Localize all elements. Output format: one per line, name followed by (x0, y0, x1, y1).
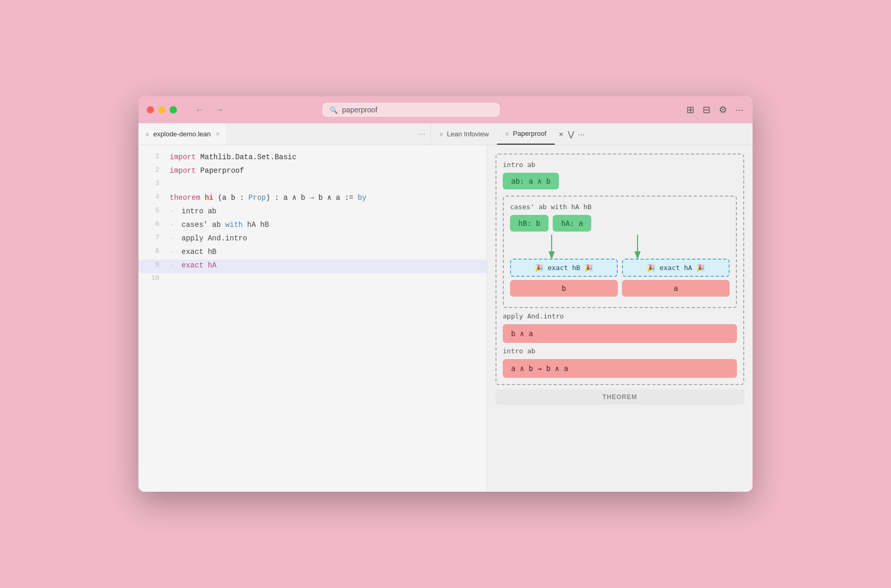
titlebar: ← → 🔍 ⊞ ⊟ ⚙ ··· (138, 96, 753, 123)
line-content-4: theorem hi (a b : Prop) : a ∧ b → b ∧ a … (170, 192, 366, 203)
paperproof-icon: ≡ (505, 131, 508, 137)
proof-tree: intro ab ab: a ∧ b cases' ab with hA hB … (495, 154, 744, 405)
proof-arrows-svg (510, 234, 730, 259)
tactic-intro-ab-label: intro ab (503, 161, 737, 169)
more-options-icon[interactable]: ··· (734, 104, 744, 117)
line-num-5: 5 (145, 206, 159, 216)
theorem-label: THEOREM (495, 389, 744, 405)
goal-impl: a ∧ b → b ∧ a (503, 359, 737, 378)
paperproof-dots-btn[interactable]: ··· (578, 130, 585, 138)
goal-b-and-a: b ∧ a (503, 324, 737, 343)
code-line-5: 5 · intro ab (138, 206, 487, 219)
search-bar[interactable]: 🔍 (323, 103, 500, 117)
main-content: 1 import Mathlib.Data.Set.Basic 2 import… (138, 145, 753, 492)
editor-tab-dots[interactable]: ··· (413, 123, 430, 145)
line-num-10: 10 (145, 273, 159, 284)
tactic-intro-ab-bottom-label: intro ab (503, 347, 737, 355)
editor-tabs: ≡ explode-demo.lean × ··· (138, 123, 431, 145)
outer-dashed-box: intro ab ab: a ∧ b cases' ab with hA hB … (495, 154, 744, 385)
line-num-1: 1 (145, 151, 159, 162)
lean-infoview-label: Lean Infoview (447, 130, 489, 138)
hyp-row-2: hB: b hA: a (510, 215, 730, 232)
line-content-8: · exact hB (170, 246, 217, 258)
sidebar-toggle-icon[interactable]: ⊞ (685, 103, 695, 117)
maximize-button[interactable] (170, 106, 177, 113)
cases-dashed-box: cases' ab with hA hB hB: b hA: a (503, 196, 737, 308)
traffic-lights (147, 106, 177, 113)
code-line-10: 10 (138, 273, 487, 287)
line-content-7: · apply And.intro (170, 233, 247, 244)
settings-icon[interactable]: ⚙ (718, 103, 728, 117)
goal-b: b (510, 280, 618, 297)
hyp-ab: ab: a ∧ b (503, 173, 559, 189)
tactic-cases-label: cases' ab with hA hB (510, 203, 730, 211)
editor-tab-close[interactable]: × (216, 131, 220, 138)
minimize-button[interactable] (158, 106, 166, 113)
tab-paperproof[interactable]: ≡ Paperproof (497, 123, 555, 145)
intro-ab-bottom-section: intro ab a ∧ b → b ∧ a (503, 347, 737, 378)
line-content-2: import Paperproof (170, 165, 244, 176)
search-input[interactable] (342, 106, 493, 114)
titlebar-actions: ⊞ ⊟ ⚙ ··· (685, 103, 744, 117)
line-content-1: import Mathlib.Data.Set.Basic (170, 151, 297, 163)
back-button[interactable]: ← (192, 104, 207, 117)
lean-infoview-icon: ≡ (439, 131, 442, 137)
line-num-4: 4 (145, 192, 159, 203)
paperproof-label: Paperproof (513, 130, 546, 137)
tab-lean-infoview[interactable]: ≡ Lean Infoview (431, 123, 497, 145)
line-num-3: 3 (145, 178, 159, 189)
paperproof-tab-actions: × ⋁ ··· (555, 123, 589, 145)
split-branches: 🎉 exact hB 🎉 b 🎉 exact hA 🎉 a (510, 259, 730, 297)
goal-a: a (622, 280, 730, 297)
branch-right: 🎉 exact hA 🎉 a (622, 259, 730, 297)
paperproof-panel: intro ab ab: a ∧ b cases' ab with hA hB … (487, 145, 753, 492)
search-icon: 🔍 (329, 106, 338, 114)
tabbar: ≡ explode-demo.lean × ··· ≡ Lean Infovie… (138, 123, 753, 145)
branch-left: 🎉 exact hB 🎉 b (510, 259, 618, 297)
code-line-7: 7 · apply And.intro (138, 233, 487, 246)
hyp-hA: hA: a (553, 215, 591, 232)
paperproof-fork-btn[interactable]: ⋁ (568, 130, 574, 139)
forward-button[interactable]: → (211, 104, 227, 117)
exact-hb-box: 🎉 exact hB 🎉 (510, 259, 618, 277)
line-num-8: 8 (145, 246, 159, 257)
exact-ha-box: 🎉 exact hA 🎉 (622, 259, 730, 277)
hyp-row-1: ab: a ∧ b (503, 173, 737, 189)
code-line-1: 1 import Mathlib.Data.Set.Basic (138, 151, 487, 165)
line-num-6: 6 (145, 219, 159, 230)
layout-icon[interactable]: ⊟ (702, 103, 711, 117)
code-line-4: 4 theorem hi (a b : Prop) : a ∧ b → b ∧ … (138, 192, 487, 206)
apply-section: apply And.intro b ∧ a (503, 312, 737, 343)
infoview-tabs: ≡ Lean Infoview ≡ Paperproof × ⋁ ··· (431, 123, 753, 145)
code-line-6: 6 · cases' ab with hA hB (138, 219, 487, 233)
line-num-7: 7 (145, 233, 159, 244)
code-editor[interactable]: 1 import Mathlib.Data.Set.Basic 2 import… (138, 151, 487, 287)
paperproof-close-btn[interactable]: × (559, 130, 564, 138)
code-line-9: 9 · exact hA (138, 260, 487, 273)
hyp-hB: hB: b (510, 215, 549, 232)
editor-panel: 1 import Mathlib.Data.Set.Basic 2 import… (138, 145, 487, 492)
close-button[interactable] (147, 106, 154, 113)
line-content-6: · cases' ab with hA hB (170, 219, 269, 231)
nav-buttons: ← → (192, 104, 227, 117)
code-line-2: 2 import Paperproof (138, 165, 487, 178)
line-content-5: · intro ab (170, 206, 217, 217)
line-content-9: · exact hA (170, 260, 217, 271)
line-num-9: 9 (145, 260, 159, 271)
editor-tab-explode-demo[interactable]: ≡ explode-demo.lean × (138, 123, 227, 145)
tactic-apply-label: apply And.intro (503, 312, 737, 320)
code-line-8: 8 · exact hB (138, 246, 487, 260)
editor-tab-label: explode-demo.lean (153, 130, 211, 138)
line-num-2: 2 (145, 165, 159, 176)
code-line-3: 3 (138, 178, 487, 192)
arrows-area (510, 234, 730, 259)
main-window: ← → 🔍 ⊞ ⊟ ⚙ ··· ≡ explode-demo.lean × ··… (138, 96, 753, 492)
tab-menu-icon: ≡ (146, 131, 149, 137)
